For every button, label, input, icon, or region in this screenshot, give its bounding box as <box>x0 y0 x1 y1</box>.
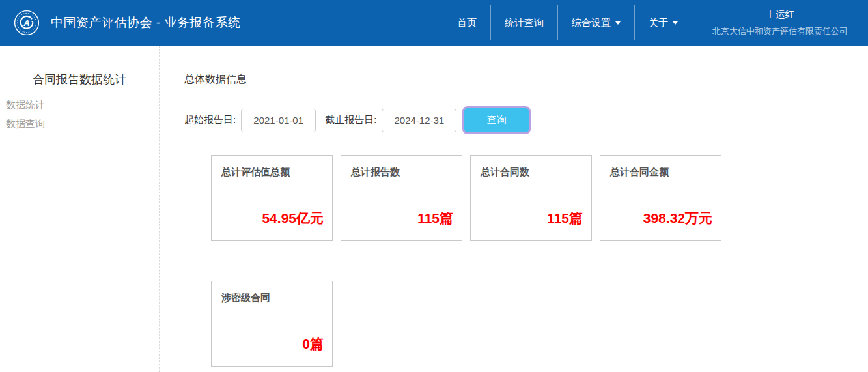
end-date-label: 截止报告日: <box>325 114 376 126</box>
user-name: 王运红 <box>766 8 795 21</box>
sidebar-item-label: 数据统计 <box>6 99 45 110</box>
nav-item-label: 首页 <box>457 17 477 29</box>
top-header: A 中国资产评估协会 - 业务报备系统 首页 统计查询 综合设置 关于 <box>0 0 868 46</box>
sidebar: 合同报告数据统计 数据统计 数据查询 <box>0 46 160 372</box>
user-company: 北京大信中和资产评估有限责任公司 <box>712 25 848 37</box>
page: A 中国资产评估协会 - 业务报备系统 首页 统计查询 综合设置 关于 <box>0 0 868 372</box>
association-seal-icon: A <box>14 10 40 36</box>
app-title: 中国资产评估协会 - 业务报备系统 <box>51 14 240 31</box>
svg-text:A: A <box>23 18 29 28</box>
stat-card-value: 115篇 <box>547 209 583 227</box>
stat-card-total-contract-amount: 总计合同金额 398.32万元 <box>600 155 721 241</box>
stat-card-value: 0篇 <box>302 335 324 353</box>
stat-card-total-contracts: 总计合同数 115篇 <box>470 155 592 241</box>
brand: A 中国资产评估协会 - 业务报备系统 <box>0 0 240 46</box>
nav-item-label: 综合设置 <box>572 17 611 29</box>
sidebar-title: 合同报告数据统计 <box>0 46 159 96</box>
nav-item-about[interactable]: 关于 <box>635 0 692 46</box>
stat-card-classified-contracts: 涉密级合同 0篇 <box>211 281 333 367</box>
main-panel: 总体数据信息 起始报告日: 截止报告日: 查询 总计评估值总额 54.95亿元 … <box>160 46 868 372</box>
stat-card-value: 54.95亿元 <box>262 209 324 227</box>
stat-card-title: 总计合同数 <box>471 156 591 179</box>
stat-card-total-appraised-value: 总计评估值总额 54.95亿元 <box>211 155 333 241</box>
chevron-down-icon <box>615 21 621 25</box>
content-area: 合同报告数据统计 数据统计 数据查询 总体数据信息 起始报告日: 截止报告日: … <box>0 46 868 372</box>
stat-card-title: 总计合同金额 <box>600 156 721 179</box>
main-nav: 首页 统计查询 综合设置 关于 <box>443 0 692 46</box>
stat-card-title: 总计报告数 <box>341 156 462 179</box>
nav-item-statistics-query[interactable]: 统计查询 <box>491 0 557 46</box>
sidebar-item-data-query[interactable]: 数据查询 <box>0 115 159 134</box>
stat-cards-row-2: 涉密级合同 0篇 <box>211 281 868 367</box>
section-title: 总体数据信息 <box>184 73 868 87</box>
start-date-input[interactable] <box>241 109 316 132</box>
stat-card-title: 总计评估值总额 <box>212 156 332 179</box>
date-filter-form: 起始报告日: 截止报告日: 查询 <box>184 106 868 134</box>
chevron-down-icon <box>673 21 678 25</box>
stat-card-value: 398.32万元 <box>643 209 712 227</box>
stat-card-total-reports: 总计报告数 115篇 <box>341 155 462 241</box>
sidebar-item-data-statistics[interactable]: 数据统计 <box>0 96 159 115</box>
sidebar-item-label: 数据查询 <box>6 118 45 129</box>
start-date-label: 起始报告日: <box>184 114 236 126</box>
nav-item-home[interactable]: 首页 <box>443 0 490 46</box>
nav-item-label: 统计查询 <box>505 17 544 29</box>
stat-cards-row-1: 总计评估值总额 54.95亿元 总计报告数 115篇 总计合同数 115篇 总计… <box>211 155 868 241</box>
nav-item-general-settings[interactable]: 综合设置 <box>558 0 634 46</box>
query-button[interactable]: 查询 <box>462 106 531 134</box>
end-date-input[interactable] <box>382 109 456 132</box>
user-info[interactable]: 王运红 北京大信中和资产评估有限责任公司 <box>692 0 868 46</box>
stat-card-title: 涉密级合同 <box>212 281 332 304</box>
nav-item-label: 关于 <box>649 17 668 29</box>
stat-card-value: 115篇 <box>417 209 453 227</box>
